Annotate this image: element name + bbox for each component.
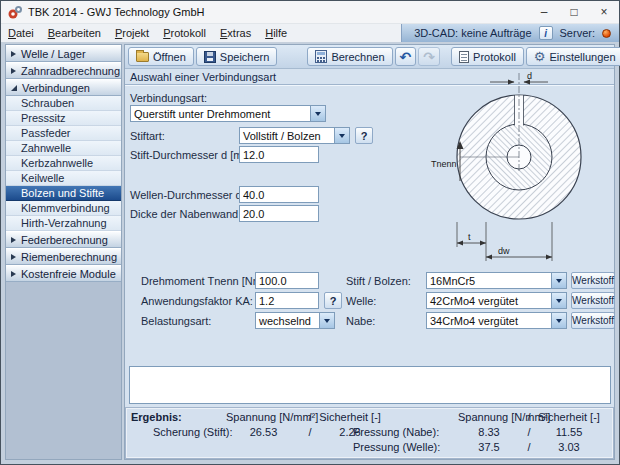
redo-button[interactable]: ↷ <box>418 47 440 66</box>
sidebar-item-hirth-verzahnung[interactable]: Hirth-Verzahnung <box>6 216 121 231</box>
welle-label: Welle: <box>346 295 376 307</box>
menu-projekt[interactable]: Projekt <box>108 24 156 42</box>
cross-section-diagram: d Tnenn t <box>430 69 610 267</box>
anwendungsfaktor-help-button[interactable]: ? <box>324 292 342 309</box>
server-label: Server: <box>560 27 595 39</box>
toolbar: Öffnen Speichern Berechnen ↶ ↷ Protokoll… <box>125 45 614 69</box>
chevron-down-icon[interactable] <box>551 313 566 328</box>
cad-status-text: 3D-CAD: keine Aufträge <box>414 27 531 39</box>
chevron-down-icon[interactable] <box>551 293 566 308</box>
result-value: 3.03 <box>538 440 600 455</box>
sidebar-item-passfeder[interactable]: Passfeder <box>6 126 121 141</box>
chevron-expanded-icon <box>11 85 17 91</box>
sidebar-category-federberechnung[interactable]: Federberechnung <box>6 231 121 248</box>
result-value: 26.53 <box>226 425 301 440</box>
protocol-button[interactable]: Protokoll <box>451 47 524 66</box>
sidebar-item-zahnwelle[interactable]: Zahnwelle <box>6 141 121 156</box>
redo-icon: ↷ <box>423 50 435 64</box>
menu-hilfe[interactable]: Hilfe <box>258 24 294 42</box>
welle-werkstoff-button[interactable]: Werkstoff <box>571 292 615 309</box>
stiftart-label: Stiftart: <box>130 130 165 142</box>
server-status-icon <box>602 29 611 38</box>
nabenwand-input[interactable] <box>239 205 319 222</box>
sidebar-category-verbindungen[interactable]: Verbindungen <box>6 79 121 96</box>
open-button[interactable]: Öffnen <box>128 47 194 66</box>
sidebar-category-zahnradberechnung[interactable]: Zahnradberechnung <box>6 62 121 79</box>
drehmoment-label: Drehmoment Tnenn [Nm]: <box>141 275 268 287</box>
chevron-right-icon <box>11 237 16 243</box>
stift-durchmesser-input[interactable] <box>239 146 319 163</box>
menu-extras[interactable]: Extras <box>213 24 258 42</box>
chevron-down-icon[interactable] <box>334 128 349 143</box>
save-button[interactable]: Speichern <box>196 47 278 66</box>
minimize-button[interactable]: – <box>529 1 559 23</box>
main-panel: Öffnen Speichern Berechnen ↶ ↷ Protokoll… <box>124 44 615 460</box>
calculator-icon <box>315 50 327 63</box>
settings-button[interactable]: ⚙Einstellungen <box>526 47 620 66</box>
stiftart-dropdown[interactable]: Vollstift / Bolzen <box>239 127 350 144</box>
svg-text:Tnenn: Tnenn <box>431 159 457 169</box>
verbindungsart-dropdown[interactable]: Querstift unter Drehmoment <box>130 105 326 122</box>
sidebar-item-schrauben[interactable]: Schrauben <box>6 96 121 111</box>
wellen-durchmesser-input[interactable] <box>239 186 319 203</box>
result-row-label: Pressung (Nabe): <box>353 425 458 440</box>
menu-datei[interactable]: Datei <box>1 24 41 42</box>
drehmoment-input[interactable] <box>255 272 319 289</box>
app-icon <box>8 5 22 19</box>
welle-material-dropdown[interactable]: 42CrMo4 vergütet <box>426 292 567 309</box>
folder-icon <box>136 52 149 62</box>
chevron-right-icon <box>11 271 16 277</box>
anwendungsfaktor-input[interactable] <box>255 292 319 309</box>
message-box <box>129 366 611 404</box>
maximize-button[interactable]: □ <box>559 1 589 23</box>
col-header-spannung: Spannung [N/mm²] <box>226 410 301 425</box>
nabe-label: Nabe: <box>346 315 375 327</box>
anwendungsfaktor-label: Anwendungsfaktor KA: <box>141 295 253 307</box>
close-button[interactable]: × <box>589 1 619 23</box>
svg-text:d: d <box>527 71 532 81</box>
chevron-down-icon[interactable] <box>319 313 334 328</box>
info-icon[interactable]: i <box>539 26 553 40</box>
sidebar-item-bolzen-und-stifte[interactable]: Bolzen und Stifte <box>6 186 121 201</box>
status-cluster: 3D-CAD: keine Aufträge i Server: <box>401 24 619 42</box>
belastungsart-label: Belastungsart: <box>141 315 211 327</box>
svg-text:t: t <box>468 232 471 242</box>
sidebar-item-klemmverbindung[interactable]: Klemmverbindung <box>6 201 121 216</box>
stift-bolzen-label: Stift / Bolzen: <box>346 275 411 287</box>
col-header-sicherheit: Sicherheit [-] <box>538 410 600 425</box>
app-window: TBK 2014 - GWJ Technology GmbH – □ × Dat… <box>0 0 620 465</box>
sidebar-item-keilwelle[interactable]: Keilwelle <box>6 171 121 186</box>
belastungsart-dropdown[interactable]: wechselnd <box>255 312 335 329</box>
sidebar-category-kostenfreie-module[interactable]: Kostenfreie Module <box>6 265 121 282</box>
result-row-label: Pressung (Welle): <box>353 440 458 455</box>
stiftart-help-button[interactable]: ? <box>355 127 373 144</box>
results-title: Ergebnis: <box>131 410 226 425</box>
results-right-table: Spannung [N/mm²] / Sicherheit [-] Pressu… <box>353 410 600 455</box>
sidebar-item-presssitz[interactable]: Presssitz <box>6 111 121 126</box>
stift-werkstoff-button[interactable]: Werkstoff <box>571 272 615 289</box>
menubar: Datei Bearbeiten Projekt Protokoll Extra… <box>1 24 619 43</box>
sidebar-category-riemenberechnung[interactable]: Riemenberechnung <box>6 248 121 265</box>
nabe-material-dropdown[interactable]: 34CrMo4 vergütet <box>426 312 567 329</box>
undo-icon: ↶ <box>400 50 412 64</box>
menu-protokoll[interactable]: Protokoll <box>156 24 213 42</box>
nabe-werkstoff-button[interactable]: Werkstoff <box>571 312 615 329</box>
menu-bearbeiten[interactable]: Bearbeiten <box>41 24 108 42</box>
sidebar-item-kerbzahnwelle[interactable]: Kerbzahnwelle <box>6 156 121 171</box>
stift-bolzen-material-dropdown[interactable]: 16MnCr5 <box>426 272 567 289</box>
svg-text:dw: dw <box>498 246 510 256</box>
chevron-right-icon <box>11 254 16 260</box>
gear-icon: ⚙ <box>534 50 546 63</box>
results-left-table: Ergebnis: Spannung [N/mm²] / Sicherheit … <box>131 410 381 440</box>
calculate-button[interactable]: Berechnen <box>307 47 392 66</box>
sidebar-category-welle-lager[interactable]: Welle / Lager <box>6 45 121 62</box>
undo-button[interactable]: ↶ <box>395 47 417 66</box>
floppy-disk-icon <box>204 51 216 63</box>
chevron-down-icon[interactable] <box>551 273 566 288</box>
chevron-down-icon[interactable] <box>310 106 325 121</box>
verbindungsart-label: Verbindungsart: <box>130 92 207 104</box>
result-row-label: Scherung (Stift): <box>131 425 226 440</box>
result-value: 37.5 <box>458 440 520 455</box>
section-title: Auswahl einer Verbindungsart <box>130 71 276 83</box>
results-panel: Ergebnis: Spannung [N/mm²] / Sicherheit … <box>125 407 614 459</box>
